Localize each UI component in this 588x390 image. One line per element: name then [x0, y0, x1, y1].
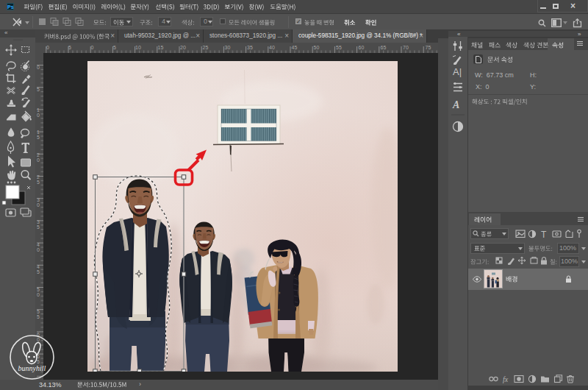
svg-text:A: A — [452, 99, 459, 110]
svg-text:15: 15 — [158, 45, 164, 50]
svg-text:4: 4 — [37, 264, 40, 269]
svg-text:5: 5 — [37, 135, 40, 140]
svg-text:0: 0 — [46, 45, 49, 50]
svg-text:40: 40 — [269, 45, 275, 50]
svg-text:5: 5 — [68, 45, 71, 50]
svg-text:2: 2 — [37, 152, 40, 157]
svg-text:25: 25 — [203, 45, 209, 50]
svg-text:0: 0 — [37, 157, 40, 163]
svg-text:0: 0 — [37, 202, 40, 208]
svg-text:0: 0 — [37, 65, 40, 70]
svg-text:0: 0 — [37, 113, 40, 118]
svg-text:4: 4 — [37, 242, 40, 247]
svg-text:30: 30 — [225, 45, 231, 50]
svg-text:3: 3 — [37, 219, 40, 224]
svg-text:fx: fx — [503, 375, 509, 383]
svg-text:70: 70 — [403, 45, 409, 50]
svg-text:5: 5 — [37, 87, 40, 92]
svg-text:10: 10 — [135, 45, 141, 50]
svg-text:5: 5 — [37, 314, 40, 319]
svg-text:3: 3 — [37, 197, 40, 202]
svg-text:45: 45 — [292, 45, 298, 50]
svg-text:2: 2 — [37, 174, 40, 180]
svg-text:5: 5 — [37, 269, 40, 274]
svg-text:5: 5 — [37, 224, 40, 230]
svg-text:35: 35 — [247, 45, 253, 50]
svg-text:75: 75 — [426, 45, 431, 50]
svg-text:50: 50 — [314, 45, 320, 50]
svg-text:5: 5 — [37, 309, 40, 314]
svg-text:5: 5 — [113, 45, 116, 50]
svg-text:60: 60 — [359, 45, 365, 50]
svg-text:T: T — [541, 230, 547, 240]
svg-text:65: 65 — [381, 45, 387, 50]
svg-text:1: 1 — [37, 130, 40, 135]
svg-text:1: 1 — [37, 107, 40, 113]
svg-text:A|: A| — [453, 66, 462, 77]
svg-text:0: 0 — [37, 292, 40, 297]
svg-text:5: 5 — [37, 180, 40, 185]
svg-text:20: 20 — [180, 45, 186, 50]
svg-text:0: 0 — [37, 247, 40, 252]
svg-text:0: 0 — [91, 45, 94, 50]
svg-text:5: 5 — [37, 287, 40, 292]
svg-text:bunnyhill: bunnyhill — [18, 364, 46, 372]
svg-text:55: 55 — [336, 45, 342, 50]
